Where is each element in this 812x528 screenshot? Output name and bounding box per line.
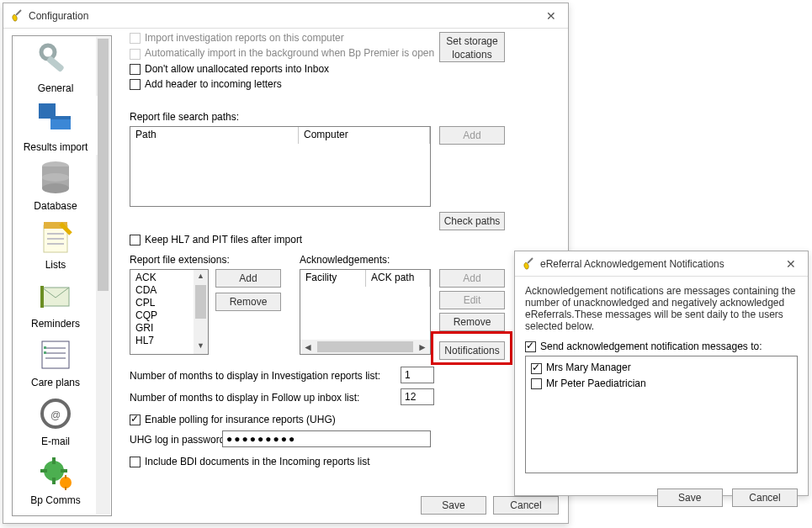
- svg-rect-25: [52, 457, 56, 464]
- cb-add-header[interactable]: Add header to incoming letters: [130, 78, 559, 90]
- sidebar-item-reminders[interactable]: Reminders: [13, 272, 98, 331]
- col-ackpath: ACK path: [366, 270, 430, 287]
- svg-rect-31: [65, 487, 66, 490]
- svg-rect-27: [40, 469, 47, 473]
- svg-rect-15: [40, 286, 44, 308]
- svg-rect-20: [44, 346, 46, 349]
- ext-add-button[interactable]: Add: [215, 269, 281, 288]
- svg-rect-26: [52, 478, 56, 484]
- user-checkbox-peter[interactable]: Mr Peter Paediatrician: [531, 378, 792, 389]
- sidebar-item-database[interactable]: Database: [13, 155, 98, 214]
- ext-item[interactable]: ACK: [132, 272, 161, 284]
- svg-rect-4: [50, 116, 71, 119]
- configuration-window: Configuration ✕ General Results import D…: [3, 3, 569, 524]
- months-followup-label: Number of months to display in Follow up…: [130, 392, 359, 404]
- svg-rect-1: [46, 55, 65, 72]
- popup-title: eReferral Acknowledgement Notifications: [540, 258, 781, 270]
- ext-item[interactable]: CDA: [132, 284, 161, 297]
- main-save-button[interactable]: Save: [421, 496, 486, 515]
- months-followup-input[interactable]: 12: [401, 388, 434, 405]
- sidebar-item-general[interactable]: General: [13, 37, 98, 96]
- user-checkbox-mary[interactable]: Mrs Mary Manager: [531, 362, 792, 373]
- ack-table[interactable]: Facility ACK path ◄►: [300, 269, 431, 355]
- months-investigation-input[interactable]: 1: [401, 367, 434, 383]
- svg-rect-21: [44, 351, 46, 354]
- popup-cancel-button[interactable]: Cancel: [732, 488, 798, 507]
- ack-add-button[interactable]: Add: [439, 269, 505, 288]
- cb-include-bdi[interactable]: Include BDI documents in the Incoming re…: [130, 456, 369, 467]
- months-investigation-label: Number of months to display in Investiga…: [130, 370, 380, 382]
- ext-item[interactable]: HL7: [132, 335, 161, 347]
- col-facility: Facility: [300, 270, 366, 287]
- popup-save-button[interactable]: Save: [657, 488, 723, 507]
- config-content: Import investigation reports on this com…: [121, 30, 560, 515]
- search-paths-label: Report file search paths:: [130, 111, 239, 123]
- ack-edit-button[interactable]: Edit: [439, 291, 505, 309]
- ack-hscrollbar[interactable]: ◄►: [300, 340, 430, 354]
- set-storage-locations-button[interactable]: Set storage locations: [439, 32, 505, 62]
- sidebar-item-results-import[interactable]: Results import: [13, 96, 98, 155]
- app-icon: [522, 257, 535, 271]
- cb-keep-hl7[interactable]: Keep HL7 and PIT files after import: [130, 234, 302, 246]
- col-path: Path: [130, 127, 299, 144]
- search-paths-table[interactable]: Path Computer: [130, 126, 431, 207]
- window-title: Configuration: [29, 10, 541, 22]
- sidebar-scrollbar[interactable]: [96, 37, 110, 515]
- ext-item[interactable]: CPL: [132, 297, 161, 309]
- sidebar: General Results import Database Lists Re…: [12, 35, 112, 516]
- search-paths-add-button[interactable]: Add: [439, 126, 505, 145]
- sidebar-item-email[interactable]: @ E-mail: [13, 390, 98, 449]
- ack-label: Acknowledgements:: [300, 254, 390, 266]
- ack-remove-button[interactable]: Remove: [439, 313, 505, 331]
- ext-item[interactable]: GRI: [132, 322, 161, 335]
- popup-description: Acknowledgement notifications are messag…: [525, 285, 798, 332]
- uhg-password-label: UHG log in password:: [130, 434, 228, 446]
- cb-unallocated[interactable]: Don't allow unallocated reports into Inb…: [130, 63, 559, 75]
- sidebar-item-care-plans[interactable]: Care plans: [13, 331, 98, 390]
- cb-send-notifications[interactable]: Send acknowledgement notification messag…: [525, 341, 798, 352]
- svg-point-29: [60, 477, 72, 488]
- popup-close-button[interactable]: ✕: [781, 257, 801, 271]
- cb-polling-uhg[interactable]: Enable polling for insurance reports (UH…: [130, 414, 336, 425]
- svg-point-7: [42, 183, 69, 193]
- extensions-label: Report file extensions:: [130, 254, 230, 266]
- ereferral-notifications-dialog: eReferral Acknowledgement Notifications …: [514, 251, 809, 496]
- extensions-listbox[interactable]: ACK CDA CPL CQP GRI HL7 ▲▼: [130, 269, 209, 355]
- close-button[interactable]: ✕: [541, 9, 561, 23]
- uhg-password-input[interactable]: ●●●●●●●●●: [222, 430, 431, 447]
- highlight-notifications: [431, 331, 512, 365]
- check-paths-button[interactable]: Check paths: [439, 212, 505, 230]
- col-computer: Computer: [299, 127, 430, 144]
- ext-scrollbar[interactable]: ▲▼: [194, 270, 208, 354]
- svg-point-0: [41, 45, 55, 59]
- svg-rect-16: [42, 341, 69, 368]
- ext-remove-button[interactable]: Remove: [215, 293, 281, 311]
- sidebar-item-lists[interactable]: Lists: [13, 214, 98, 272]
- sidebar-item-bp-comms[interactable]: Bp Comms: [13, 449, 98, 508]
- app-icon: [10, 9, 24, 23]
- popup-titlebar: eReferral Acknowledgement Notifications …: [515, 251, 808, 277]
- svg-point-8: [42, 173, 69, 182]
- notification-users-list: Mrs Mary Manager Mr Peter Paediatrician: [525, 356, 798, 473]
- ext-item[interactable]: CQP: [132, 309, 161, 322]
- svg-rect-28: [61, 469, 67, 473]
- svg-text:@: @: [50, 409, 61, 421]
- svg-rect-30: [65, 475, 66, 478]
- titlebar: Configuration ✕: [3, 3, 568, 29]
